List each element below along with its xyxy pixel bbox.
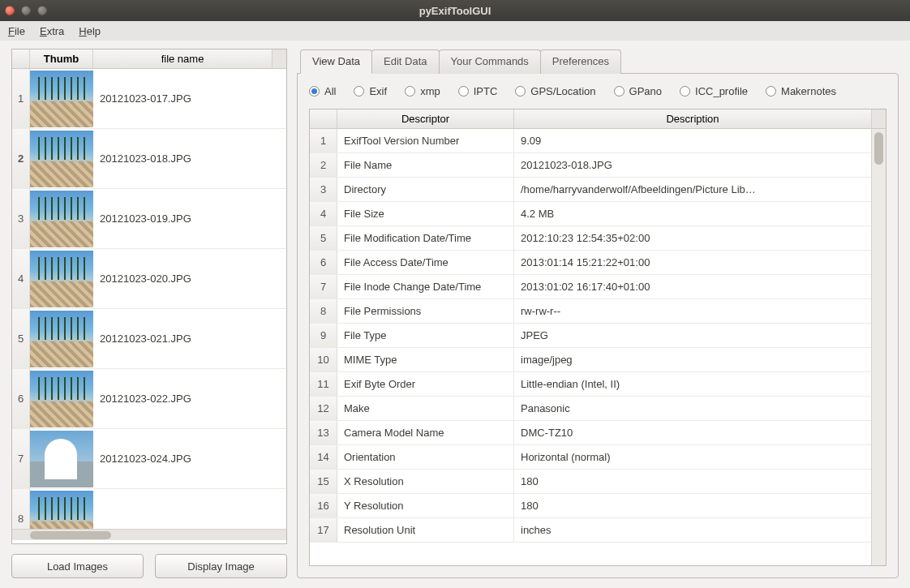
file-thumbnail: [30, 71, 93, 127]
metadata-row-number: 11: [310, 372, 337, 396]
radio-dot-icon: [680, 86, 690, 97]
metadata-row[interactable]: 13Camera Model NameDMC-TZ10: [310, 421, 871, 445]
metadata-descriptor: Exif Byte Order: [337, 372, 514, 396]
radio-label: GPano: [629, 85, 662, 97]
metadata-value: /home/harryvanderwolf/Afbeeldingen/Pictu…: [514, 178, 871, 201]
window-maximize-button[interactable]: [37, 6, 47, 15]
metadata-row-number: 5: [310, 226, 337, 250]
tab-edit[interactable]: Edit Data: [371, 49, 439, 74]
menu-file[interactable]: File: [8, 25, 25, 37]
file-header-thumb[interactable]: Thumb: [30, 49, 93, 68]
file-name-cell: 20121023-021.JPG: [93, 333, 286, 345]
metadata-row[interactable]: 8File Permissionsrw-rw-r--: [310, 299, 871, 324]
file-row[interactable]: 520121023-021.JPG: [12, 309, 286, 369]
window-close-button[interactable]: [5, 6, 15, 15]
metadata-row[interactable]: 11Exif Byte OrderLittle-endian (Intel, I…: [310, 372, 871, 397]
dt-vscroll[interactable]: [871, 129, 886, 565]
dt-header-descriptor[interactable]: Descriptor: [337, 109, 514, 128]
window-title: pyExifToolGUI: [419, 5, 491, 17]
window-minimize-button[interactable]: [21, 6, 31, 15]
metadata-row-number: 3: [310, 178, 337, 201]
file-row[interactable]: 8: [12, 489, 286, 529]
file-row[interactable]: 420121023-020.JPG: [12, 249, 286, 309]
metadata-descriptor: Make: [337, 397, 514, 420]
metadata-value: DMC-TZ10: [514, 421, 871, 444]
radio-iptc[interactable]: IPTC: [458, 85, 498, 97]
metadata-row[interactable]: 9File TypeJPEG: [310, 324, 871, 348]
menu-help[interactable]: Help: [79, 25, 101, 37]
metadata-row[interactable]: 6File Access Date/Time2013:01:14 15:21:2…: [310, 251, 871, 275]
dt-body[interactable]: 1ExifTool Version Number9.092File Name20…: [310, 129, 871, 565]
file-vscroll-header: [272, 49, 286, 68]
metadata-row[interactable]: 15X Resolution180: [310, 470, 871, 494]
radio-all[interactable]: All: [309, 85, 336, 97]
metadata-descriptor: Directory: [337, 178, 514, 201]
radio-maker[interactable]: Makernotes: [766, 85, 836, 97]
metadata-descriptor: Camera Model Name: [337, 421, 514, 444]
file-row-number: 4: [12, 249, 30, 308]
display-image-button[interactable]: Display Image: [155, 554, 287, 578]
file-list-panel: Thumb file name 120121023-017.JPG2201210…: [11, 49, 287, 578]
file-hscroll[interactable]: [12, 529, 286, 540]
tab-prefs[interactable]: Preferences: [540, 49, 621, 74]
metadata-row-number: 13: [310, 421, 337, 444]
radio-label: Makernotes: [781, 85, 836, 97]
metadata-row[interactable]: 12MakePanasonic: [310, 397, 871, 421]
metadata-value: Panasonic: [514, 397, 871, 420]
radio-exif[interactable]: Exif: [354, 85, 387, 97]
metadata-row[interactable]: 7File Inode Change Date/Time2013:01:02 1…: [310, 275, 871, 299]
menu-extra[interactable]: Extra: [40, 25, 64, 37]
file-name-cell: 20121023-024.JPG: [93, 453, 286, 465]
metadata-table: Descriptor Description 1ExifTool Version…: [309, 109, 886, 566]
metadata-row[interactable]: 17Resolution Unitinches: [310, 518, 871, 543]
radio-label: xmp: [420, 85, 440, 97]
metadata-row-number: 17: [310, 518, 337, 542]
file-row-number: 8: [12, 489, 30, 529]
file-name-cell: 20121023-022.JPG: [93, 393, 286, 405]
menu-bar: File Extra Help: [0, 21, 910, 41]
metadata-row[interactable]: 5File Modification Date/Time2012:10:23 1…: [310, 226, 871, 251]
dt-header-description[interactable]: Description: [514, 109, 871, 128]
metadata-value: 2012:10:23 12:54:35+02:00: [514, 226, 871, 250]
tab-view[interactable]: View Data: [300, 49, 372, 74]
file-row[interactable]: 220121023-018.JPG: [12, 129, 286, 189]
radio-label: IPTC: [474, 85, 498, 97]
radio-label: Exif: [369, 85, 387, 97]
metadata-row[interactable]: 10MIME Typeimage/jpeg: [310, 348, 871, 372]
metadata-row-number: 16: [310, 494, 337, 517]
metadata-value: 180: [514, 494, 871, 517]
file-row[interactable]: 120121023-017.JPG: [12, 69, 286, 129]
tab-cmds[interactable]: Your Commands: [439, 49, 541, 74]
metadata-row[interactable]: 1ExifTool Version Number9.09: [310, 129, 871, 153]
radio-dot-icon: [458, 86, 469, 97]
file-row-number: 3: [12, 189, 30, 248]
radio-dot-icon: [614, 86, 625, 97]
metadata-row[interactable]: 4File Size4.2 MB: [310, 202, 871, 226]
file-row[interactable]: 620121023-022.JPG: [12, 369, 286, 429]
file-thumbnail: [30, 251, 93, 307]
title-bar: pyExifToolGUI: [0, 0, 910, 21]
metadata-row[interactable]: 2File Name20121023-018.JPG: [310, 153, 871, 178]
file-name-cell: 20121023-017.JPG: [93, 92, 286, 105]
file-thumbnail: [30, 431, 93, 487]
dt-header-scroll: [871, 109, 886, 128]
radio-xmp[interactable]: xmp: [405, 85, 440, 97]
radio-gps[interactable]: GPS/Location: [515, 85, 595, 97]
dt-header-blank: [310, 109, 337, 128]
file-row[interactable]: 320121023-019.JPG: [12, 189, 286, 249]
radio-icc[interactable]: ICC_profile: [680, 85, 748, 97]
metadata-row[interactable]: 14OrientationHorizontal (normal): [310, 445, 871, 470]
file-header-filename[interactable]: file name: [93, 49, 272, 68]
metadata-row[interactable]: 16Y Resolution180: [310, 494, 871, 518]
metadata-row-number: 8: [310, 299, 337, 323]
metadata-descriptor: Orientation: [337, 445, 514, 469]
metadata-value: 4.2 MB: [514, 202, 871, 225]
metadata-row[interactable]: 3Directory/home/harryvanderwolf/Afbeeldi…: [310, 178, 871, 202]
metadata-descriptor: File Access Date/Time: [337, 251, 514, 274]
file-row[interactable]: 720121023-024.JPG: [12, 429, 286, 489]
file-name-cell: 20121023-020.JPG: [93, 273, 286, 285]
metadata-row-number: 15: [310, 470, 337, 493]
radio-gpano[interactable]: GPano: [614, 85, 662, 97]
radio-dot-icon: [766, 86, 776, 97]
load-images-button[interactable]: Load Images: [11, 554, 144, 578]
